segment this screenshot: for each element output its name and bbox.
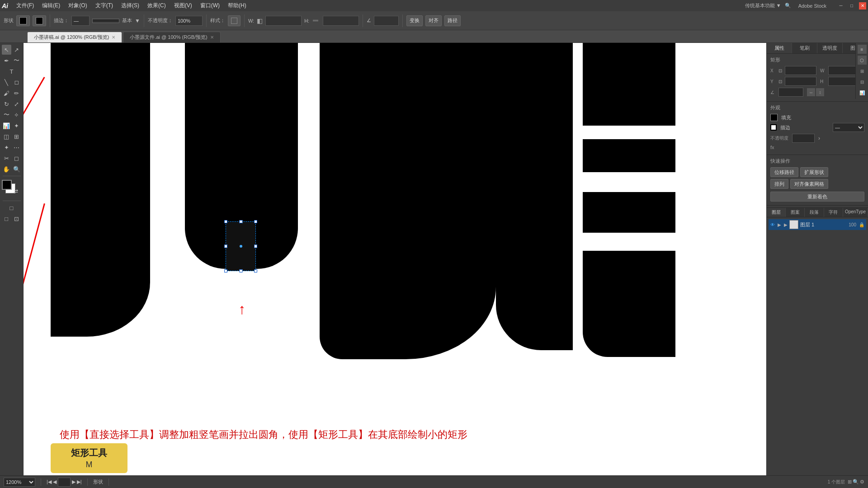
zoom-select[interactable]: 1200% xyxy=(4,478,35,487)
handle-bl[interactable] xyxy=(224,269,227,272)
menu-help[interactable]: 帮助(H) xyxy=(224,1,250,10)
selected-rectangle[interactable] xyxy=(226,221,256,271)
handle-ml[interactable] xyxy=(224,245,227,248)
zoom-tool-btn[interactable]: 🔍 xyxy=(12,164,22,174)
panel-chart-icon[interactable]: 📊 xyxy=(858,88,867,97)
align-pixel-btn[interactable]: 对齐像素网格 xyxy=(790,179,828,189)
symbol-tool-btn[interactable]: ✦ xyxy=(12,121,22,131)
minimize-button[interactable]: ─ xyxy=(837,2,844,9)
close-button[interactable]: ✕ xyxy=(859,2,866,9)
height-value[interactable]: 12.25 px xyxy=(323,16,359,26)
pencil-tool-btn[interactable]: ✏ xyxy=(12,88,22,98)
handle-tl[interactable] xyxy=(224,220,227,223)
handle-br[interactable] xyxy=(254,269,257,272)
opacity-expand-icon[interactable]: › xyxy=(818,135,820,141)
arrange-icon[interactable]: ⊞ xyxy=(848,479,852,485)
menu-view[interactable]: 视图(V) xyxy=(170,1,196,10)
tab-0[interactable]: 小墨讲稿.ai @ 1200% (RGB/预览) ✕ xyxy=(27,32,122,42)
nav-next-btn[interactable]: ▶ xyxy=(72,479,75,485)
scale-tool-btn[interactable]: ⤢ xyxy=(12,99,22,109)
rect-tool-btn[interactable]: □ xyxy=(12,77,22,87)
nav-prev-btn[interactable]: ◀ xyxy=(53,479,57,485)
eraser-tool-btn[interactable]: ◻ xyxy=(12,153,22,163)
flip-v-btn[interactable]: ↕ xyxy=(816,88,824,96)
x-input[interactable]: 475.042 xyxy=(785,66,816,75)
recolor-btn[interactable]: 重新着色 xyxy=(770,192,864,202)
stroke-select[interactable]: — xyxy=(833,123,864,132)
bottom-tab-opentype[interactable]: OpenType xyxy=(843,208,868,217)
scissors-tool-btn[interactable]: ✂ xyxy=(2,153,12,163)
line-tool-btn[interactable]: ╲ xyxy=(2,77,12,87)
blend-tool-btn[interactable]: ⋯ xyxy=(12,142,22,152)
pen-tool-btn[interactable]: ✒ xyxy=(2,56,12,66)
layer-expand-icon[interactable]: ▶ xyxy=(778,222,781,227)
menu-text[interactable]: 文字(T) xyxy=(92,1,117,10)
lock-icon[interactable]: 🔒 xyxy=(859,222,864,227)
change-screen-btn[interactable]: □ xyxy=(2,203,22,213)
panel-brush-icon[interactable]: ⬡ xyxy=(858,56,867,65)
nav-first-btn[interactable]: |◀ xyxy=(47,479,52,485)
bottom-tab-char[interactable]: 字符 xyxy=(824,208,843,217)
tab-1-close[interactable]: ✕ xyxy=(210,35,214,40)
layer-expand2-icon[interactable]: ▶ xyxy=(784,222,788,227)
arrange-btn[interactable]: 排列 xyxy=(770,179,788,189)
mesh-tool-btn[interactable]: ⊞ xyxy=(12,131,22,141)
tab-0-close[interactable]: ✕ xyxy=(112,35,115,40)
right-tab-brush[interactable]: 笔刷 xyxy=(792,43,817,53)
fill-color-btn[interactable] xyxy=(16,15,30,26)
stroke-swatch[interactable] xyxy=(770,124,777,131)
tab-1[interactable]: 小墨源文件.ai @ 100% (RGB/预览) ✕ xyxy=(123,32,220,42)
selection-tool-btn[interactable]: ↖ xyxy=(2,45,12,55)
settings-bottom-icon[interactable]: ⚙ xyxy=(860,479,864,485)
offset-path-btn[interactable]: 位移路径 xyxy=(770,167,798,177)
foreground-color-swatch[interactable] xyxy=(2,180,12,190)
bottom-tab-paragraph[interactable]: 段落 xyxy=(805,208,824,217)
handle-mr[interactable] xyxy=(254,245,257,248)
path-ops-btn[interactable]: 路径 xyxy=(444,15,461,26)
bottom-tab-pattern[interactable]: 图案 xyxy=(786,208,805,217)
menu-edit[interactable]: 编辑(E) xyxy=(38,1,64,10)
width-tool-btn[interactable]: ⟡ xyxy=(12,110,22,120)
menu-file[interactable]: 文件(F) xyxy=(13,1,38,10)
angle-input[interactable]: 0° xyxy=(778,88,803,97)
y-input[interactable]: 1280.708 xyxy=(785,77,816,86)
nav-last-btn[interactable]: ▶| xyxy=(77,479,82,485)
search-bottom-icon[interactable]: 🔍 xyxy=(853,479,859,485)
fill-swatch[interactable] xyxy=(770,114,778,121)
handle-bm[interactable] xyxy=(239,269,242,272)
warp-tool-btn[interactable]: 〜 xyxy=(2,110,12,120)
eyedropper-tool-btn[interactable]: ✦ xyxy=(2,142,12,152)
width-value[interactable]: 6.583 px xyxy=(265,16,302,26)
menu-select[interactable]: 选择(S) xyxy=(118,1,143,10)
menu-window[interactable]: 窗口(W) xyxy=(197,1,223,10)
draw-inside-btn[interactable]: ⊡ xyxy=(12,214,22,224)
paintbrush-tool-btn[interactable]: 🖌 xyxy=(2,88,12,98)
stroke-color-btn[interactable] xyxy=(33,15,46,26)
panel-properties-icon[interactable]: ≡ xyxy=(858,45,867,54)
lock-ratio-icon[interactable] xyxy=(313,18,319,24)
handle-tm[interactable] xyxy=(239,220,242,223)
gradient-tool-btn[interactable]: ◫ xyxy=(2,131,12,141)
transform-btn[interactable]: 变换 xyxy=(406,15,423,26)
curvature-tool-btn[interactable]: 〜 xyxy=(12,56,22,66)
expand-shape-btn[interactable]: 扩展形状 xyxy=(800,167,828,177)
right-tab-opacity[interactable]: 透明度 xyxy=(817,43,843,53)
rotate-tool-btn[interactable]: ↻ xyxy=(2,99,12,109)
handle-tr[interactable] xyxy=(254,220,257,223)
swap-colors-icon[interactable]: ⇄ xyxy=(14,188,18,194)
draw-normal-btn[interactable]: □ xyxy=(2,214,12,224)
opacity-panel-input[interactable]: 100% xyxy=(792,134,815,143)
hand-tool-btn[interactable]: ✋ xyxy=(2,164,12,174)
right-tab-properties[interactable]: 属性 xyxy=(767,43,792,53)
panel-transform-icon[interactable]: ⊞ xyxy=(858,66,867,75)
layer-visibility-icon[interactable]: 👁 xyxy=(770,222,775,227)
align-btn[interactable]: 对齐 xyxy=(425,15,442,26)
menu-object[interactable]: 对象(O) xyxy=(65,1,90,10)
panel-align-icon[interactable]: ⊟ xyxy=(858,77,867,86)
flip-h-btn[interactable]: ↔ xyxy=(807,88,815,96)
menu-effect[interactable]: 效果(C) xyxy=(144,1,170,10)
column-graph-tool-btn[interactable]: 📊 xyxy=(2,121,12,131)
angle-value[interactable]: 0 px xyxy=(374,16,399,26)
canvas-area[interactable]: ↓ 使用【直接选择工具】调整加粗竖笔画并拉出圆角，使用【矩形工具】在其底部绘制小… xyxy=(24,43,766,475)
bottom-tab-layers[interactable]: 图层 xyxy=(767,208,786,217)
